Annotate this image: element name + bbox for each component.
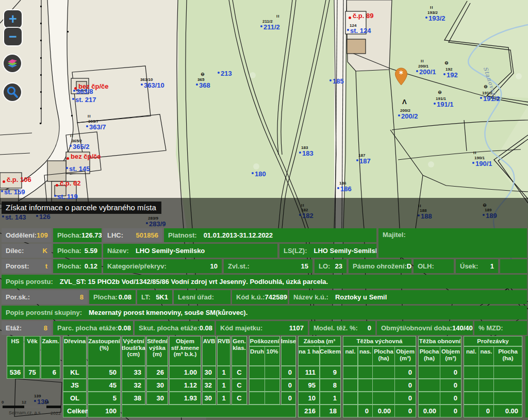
- col-header-objem-kmene: Objemstř.kmene(m³ b.k.): [169, 336, 201, 366]
- info-cell-mzd: % MZD:: [474, 321, 527, 335]
- info-cell-oddeleni: Oddělení:109: [2, 228, 52, 242]
- col-header-zastoupeni: Zastoupení(%): [88, 336, 121, 366]
- svg-text:*: *: [399, 70, 403, 79]
- col-header-tv-nal: nal.: [343, 346, 358, 366]
- col-header-zakm: Zakm.: [41, 336, 60, 366]
- info-cell-popis-skupiny: Popis porostní skupiny:Mezernatý porost …: [2, 306, 527, 320]
- search-button[interactable]: [4, 83, 21, 101]
- zoom-in-button[interactable]: +: [4, 10, 22, 28]
- app-window: II II ⊖ 182 182 188 188 189 189 st. 143 …: [0, 0, 528, 420]
- col-header-pr-nal: nal.: [464, 346, 479, 366]
- table-cell: 10: [298, 392, 320, 405]
- table-cell: 95: [298, 379, 320, 392]
- table-cell: OL: [63, 392, 87, 405]
- table-cell: 30: [202, 366, 216, 379]
- col-header-hs: HS: [7, 336, 24, 366]
- table-cell: 1.12: [169, 379, 201, 392]
- col-header-tv-nas: nas.: [358, 346, 373, 366]
- table-cell: [418, 392, 440, 405]
- table-cell: 0: [440, 379, 461, 392]
- table-cell: 18: [320, 405, 341, 417]
- table-cell: [464, 405, 479, 417]
- info-cell-olh: OLH:: [414, 259, 454, 273]
- table-cell: 50: [88, 366, 121, 379]
- info-cell-plocha-dilec: Plocha:5.59: [53, 244, 102, 258]
- table-cell: [493, 392, 522, 405]
- table-cell: 1.93: [169, 392, 201, 405]
- info-cell-lesni-urad: Lesní úřad:: [174, 290, 230, 304]
- info-cell-popis-porostu: Popis porostu:ZVL_ST: 15 PHO2b Vod/1342/…: [2, 275, 527, 289]
- col-header-vycetni: Výčetnítloušťka(cm): [122, 336, 145, 366]
- col-group-prorezavky: Prořezávky: [464, 336, 522, 346]
- info-cell-lt: LT:5K1: [137, 290, 172, 304]
- col-header-tv-objem: Objem(m³): [394, 346, 416, 366]
- table-total-label: Celkem:: [63, 405, 87, 417]
- table-cell: [418, 366, 440, 379]
- layers-button[interactable]: [4, 55, 21, 72]
- table-cell: C: [232, 366, 247, 379]
- col-header-avb: AVB: [202, 336, 216, 366]
- col-header-zasoba-celkem: Celkem: [320, 346, 341, 366]
- col-group-poskozeni: Poškození: [249, 336, 280, 346]
- table-cell: 32: [202, 379, 216, 392]
- table-cell: [358, 379, 373, 392]
- table-cell: [493, 366, 522, 379]
- table-cell: [372, 379, 395, 392]
- table-cell: [358, 392, 373, 405]
- table-cell: [249, 366, 265, 379]
- table-cell: 1: [217, 366, 230, 379]
- info-cell-obmyti: Obmýtí/obnovní doba:140/40: [377, 321, 473, 335]
- info-cell-plocha-porost: Plocha:0.12: [53, 259, 102, 273]
- table-cell: 0: [281, 392, 296, 405]
- table-cell: 0.00: [418, 405, 440, 417]
- info-cell-model-tez: Model. těž. %:0: [309, 321, 375, 335]
- table-cell: [343, 392, 358, 405]
- col-header-10pct: 10%: [265, 346, 280, 366]
- table-cell: 26: [146, 366, 168, 379]
- info-cell-plocha-porsk: Plocha:0.08: [89, 290, 136, 304]
- table-cell: 9: [320, 366, 341, 379]
- info-cell-lhc: LHC:501856: [103, 228, 162, 242]
- table-cell: [249, 379, 265, 392]
- info-cell-kod-majetku: Kód majetku:1107: [216, 321, 308, 335]
- table-cell: 30: [146, 379, 168, 392]
- table-cell: [265, 392, 280, 405]
- table-cell: 8: [320, 379, 341, 392]
- table-cell: [493, 379, 522, 392]
- table-cell: [343, 379, 358, 392]
- info-cell-dilec: Dílec:K: [2, 244, 52, 258]
- col-header-pr-nas: nas.: [478, 346, 494, 366]
- table-cell: [478, 366, 494, 379]
- table-cell: 5: [88, 392, 121, 405]
- info-cell-nazevku: Název k.ú.:Roztoky u Semil: [289, 290, 527, 304]
- info-cell-majitel: Majitel:: [378, 228, 527, 258]
- zoom-out-button[interactable]: −: [4, 28, 22, 45]
- table-cell: KL: [63, 366, 87, 379]
- table-cell: [358, 366, 373, 379]
- table-cell: 0: [440, 392, 461, 405]
- info-cell-etaz: Etáž:8: [2, 321, 52, 335]
- table-cell: 33: [122, 366, 145, 379]
- table-cell: [478, 379, 494, 392]
- col-group-tezba-vychovna: Těžba výchovná: [343, 336, 416, 346]
- col-header-pr-plocha: Plocha(ha): [493, 346, 522, 366]
- table-cell: C: [232, 392, 247, 405]
- table-cell: [418, 379, 440, 392]
- layers-icon: [6, 57, 19, 70]
- info-cell-nazev: Název:LHO Semily-Semilsko: [103, 244, 277, 258]
- table-cell: [464, 392, 479, 405]
- col-header-stredni: Střednívýška(m): [146, 336, 168, 366]
- info-cell-lslz: LS(LZ):LHO Semily-Semilsko: [279, 244, 376, 258]
- col-group-tezba-obnovni: Těžba obnovní: [418, 336, 461, 346]
- table-cell: [464, 379, 479, 392]
- table-cell: [464, 366, 479, 379]
- table-cell: [122, 405, 296, 417]
- table-cell: 0.00: [493, 405, 522, 417]
- table-cell: 111: [298, 366, 320, 379]
- table-cell: 0: [394, 366, 416, 379]
- table-cell: [372, 392, 395, 405]
- table-cell: 0: [358, 405, 373, 417]
- info-cell-zvlst: Zvl.st.:15: [224, 259, 312, 273]
- table-overflow-sliver: [525, 336, 528, 417]
- col-header-na1ha: na 1 ha: [298, 346, 320, 366]
